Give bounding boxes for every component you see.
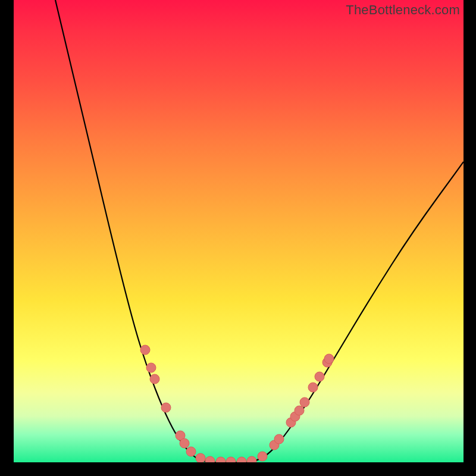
data-dot [247, 456, 256, 462]
data-dots [140, 345, 334, 462]
data-dot [324, 354, 334, 364]
data-dot [226, 457, 236, 462]
data-dot [140, 345, 150, 355]
curve-left [55, 0, 210, 462]
data-dot [205, 456, 215, 462]
data-dot [295, 406, 304, 415]
bottleneck-plot [14, 0, 464, 462]
chart-frame: TheBottleneck.com [14, 0, 464, 462]
data-dot [237, 457, 246, 462]
data-dot [150, 374, 159, 384]
data-dot [274, 434, 284, 444]
data-dot [258, 452, 267, 461]
data-dot [146, 363, 156, 372]
curve-right [250, 162, 464, 462]
data-dot [308, 383, 318, 392]
data-dot [161, 403, 171, 412]
data-dot [315, 372, 324, 381]
data-dot [196, 453, 205, 462]
data-dot [180, 439, 189, 448]
data-dot [300, 397, 309, 407]
data-dot [186, 447, 196, 456]
data-dot [216, 457, 226, 462]
